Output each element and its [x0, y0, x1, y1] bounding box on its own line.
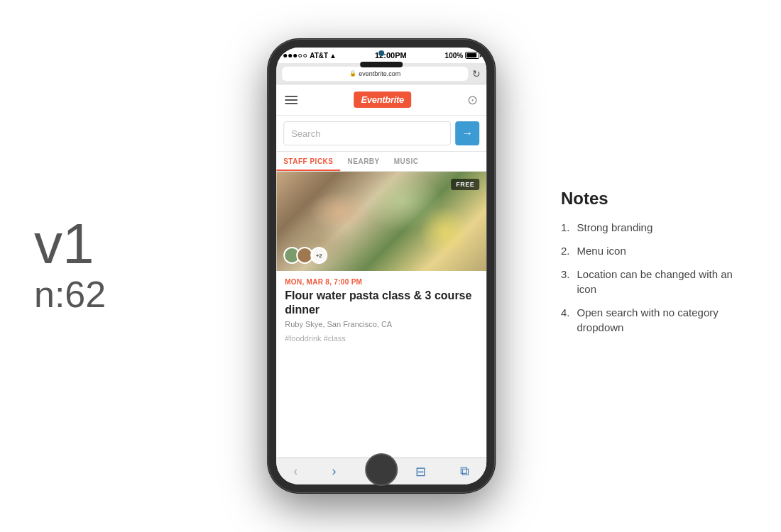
camera-dot — [378, 50, 384, 56]
n-label: n:62 — [34, 272, 106, 316]
version-section: v1 n:62 — [34, 216, 106, 316]
event-title: Flour water pasta class & 3 course dinne… — [285, 289, 478, 317]
phone-frame: AT&T ▲ 12:00PM 100% 🔒 eventbrite.com ↻ — [268, 39, 495, 493]
phone-mockup: AT&T ▲ 12:00PM 100% 🔒 eventbrite.com ↻ — [268, 39, 495, 493]
browser-url-bar[interactable]: 🔒 eventbrite.com — [282, 67, 468, 81]
hamburger-line-1 — [285, 96, 297, 97]
notes-item-3: Location can be changed with an icon — [561, 267, 746, 297]
notes-item-1: Strong branding — [561, 220, 746, 235]
home-button[interactable] — [365, 453, 398, 486]
status-right: 100% — [445, 52, 480, 60]
event-card[interactable]: FREE +2 MON, MAR 8, 7:00 PM Flour water … — [276, 172, 486, 458]
search-bar: Search → — [276, 116, 486, 152]
eventbrite-logo: Eventbrite — [354, 92, 411, 108]
version-label: v1 — [34, 216, 106, 272]
wifi-icon: ▲ — [329, 52, 337, 60]
signal-dot-2 — [288, 54, 292, 57]
attendee-avatars: +2 — [283, 247, 327, 264]
search-input-wrapper[interactable]: Search — [283, 121, 451, 145]
search-placeholder: Search — [291, 128, 320, 139]
hamburger-line-3 — [285, 103, 297, 104]
battery-icon — [465, 52, 479, 59]
notes-title: Notes — [561, 189, 746, 209]
event-info: MON, MAR 8, 7:00 PM Flour water pasta cl… — [276, 271, 486, 350]
event-image: FREE +2 — [276, 172, 486, 271]
avatar-more-count: +2 — [310, 247, 327, 264]
tabs-bar: STAFF PICKS NEARBY MUSIC — [276, 152, 486, 172]
signal-dot-4 — [298, 54, 302, 57]
tab-nearby[interactable]: NEARBY — [341, 152, 387, 171]
event-date: MON, MAR 8, 7:00 PM — [285, 278, 478, 286]
event-location: Ruby Skye, San Francisco, CA — [285, 320, 478, 328]
location-icon[interactable]: ⊙ — [467, 92, 478, 108]
battery-pct-label: 100% — [445, 52, 464, 60]
phone-top-bar — [360, 50, 403, 67]
forward-button[interactable]: › — [332, 464, 336, 479]
carrier-label: AT&T — [310, 52, 328, 60]
tabs-icon[interactable]: ⧉ — [460, 464, 469, 479]
notes-list: Strong branding Menu icon Location can b… — [561, 220, 746, 335]
search-arrow-icon: → — [462, 127, 473, 140]
app-content: Eventbrite ⊙ Search → STAFF PICKS — [276, 84, 486, 484]
tab-staff-picks[interactable]: STAFF PICKS — [276, 152, 340, 171]
notes-item-2: Menu icon — [561, 243, 746, 258]
signal-dot-5 — [303, 54, 307, 57]
signal-dots — [283, 54, 307, 57]
search-button[interactable]: → — [455, 121, 479, 145]
url-text: eventbrite.com — [359, 70, 400, 77]
app-header: Eventbrite ⊙ — [276, 84, 486, 116]
back-button[interactable]: ‹ — [293, 464, 297, 479]
status-left: AT&T ▲ — [283, 52, 337, 60]
battery-fill — [466, 53, 476, 57]
tab-music[interactable]: MUSIC — [387, 152, 426, 171]
notes-section: Notes Strong branding Menu icon Location… — [561, 189, 746, 343]
signal-dot-3 — [293, 54, 297, 57]
phone-screen: AT&T ▲ 12:00PM 100% 🔒 eventbrite.com ↻ — [276, 48, 486, 484]
speaker-grill — [360, 62, 403, 67]
free-badge: FREE — [451, 179, 479, 190]
bookmarks-icon[interactable]: ⊟ — [415, 464, 426, 480]
notes-item-4: Open search with no category dropdown — [561, 305, 746, 335]
event-tags: #fooddrink #class — [285, 334, 478, 343]
hamburger-menu-button[interactable] — [285, 96, 297, 104]
hamburger-line-2 — [285, 99, 297, 101]
signal-dot-1 — [283, 54, 287, 57]
lock-icon: 🔒 — [349, 70, 356, 77]
refresh-button[interactable]: ↻ — [472, 68, 481, 79]
